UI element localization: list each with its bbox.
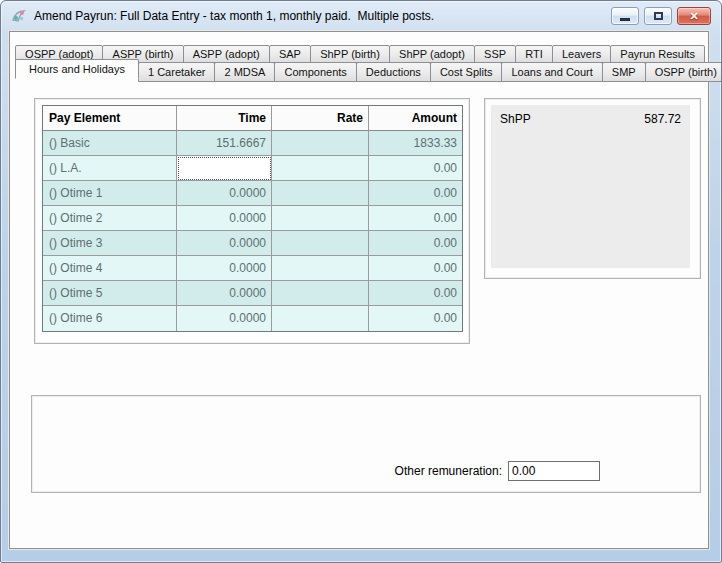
window-controls: ✕: [611, 7, 711, 25]
col-header-time: Time: [177, 106, 272, 131]
cell-time[interactable]: 0.0000: [177, 181, 272, 206]
cell-time[interactable]: 0.0000: [177, 256, 272, 281]
window-title: Amend Payrun: Full Data Entry - tax mont…: [34, 9, 434, 23]
cell-time[interactable]: [177, 156, 272, 181]
cell-amount[interactable]: 0.00: [369, 156, 462, 181]
tab-shpp-adopt[interactable]: ShPP (adopt): [389, 45, 475, 63]
close-button[interactable]: ✕: [677, 7, 711, 25]
cell-element[interactable]: () L.A.: [43, 156, 177, 181]
tab-leavers[interactable]: Leavers: [552, 45, 611, 63]
restore-button[interactable]: [644, 7, 672, 25]
client-area: OSPP (adopt)ASPP (birth)ASPP (adopt)SAPS…: [9, 31, 709, 549]
tab-row-2: Hours and Holidays1 Caretaker2 MDSACompo…: [15, 62, 704, 82]
col-header-rate: Rate: [272, 106, 369, 131]
cell-element[interactable]: () Otime 4: [43, 256, 177, 281]
other-remuneration-label: Other remuneration:: [395, 464, 502, 478]
window: Amend Payrun: Full Data Entry - tax mont…: [0, 0, 722, 563]
cell-rate[interactable]: [272, 156, 369, 181]
cell-amount[interactable]: 0.00: [369, 256, 462, 281]
cell-rate[interactable]: [272, 306, 369, 331]
close-icon: ✕: [689, 11, 698, 22]
tab-smp[interactable]: SMP: [602, 62, 646, 82]
pay-elements-panel: Pay ElementTimeRateAmount() Basic151.666…: [34, 98, 470, 344]
cell-amount[interactable]: 0.00: [369, 281, 462, 306]
shpp-label: ShPP: [500, 112, 531, 126]
cell-time[interactable]: 0.0000: [177, 306, 272, 331]
minimize-icon: [620, 18, 630, 21]
shpp-value: 587.72: [644, 112, 681, 126]
tab-components[interactable]: Components: [274, 62, 356, 82]
tab-sap[interactable]: SAP: [269, 45, 311, 63]
table-row-l-a: () L.A.0.00: [43, 156, 462, 181]
other-remuneration-input[interactable]: [508, 461, 600, 481]
cell-element[interactable]: () Otime 2: [43, 206, 177, 231]
grid-header-row: Pay ElementTimeRateAmount: [43, 106, 462, 131]
tab-aspp-adopt[interactable]: ASPP (adopt): [183, 45, 270, 63]
tab-shpp-birth[interactable]: ShPP (birth): [310, 45, 390, 63]
table-row-otime-1: () Otime 10.00000.00: [43, 181, 462, 206]
table-row-otime-2: () Otime 20.00000.00: [43, 206, 462, 231]
cell-rate[interactable]: [272, 131, 369, 156]
title-bar[interactable]: Amend Payrun: Full Data Entry - tax mont…: [1, 1, 721, 31]
cell-amount[interactable]: 0.00: [369, 206, 462, 231]
tab-cost-splits[interactable]: Cost Splits: [430, 62, 503, 82]
cell-amount[interactable]: 1833.33: [369, 131, 462, 156]
app-icon: [11, 8, 27, 24]
cell-element[interactable]: () Otime 3: [43, 231, 177, 256]
cell-element[interactable]: () Otime 5: [43, 281, 177, 306]
cell-rate[interactable]: [272, 181, 369, 206]
cell-rate[interactable]: [272, 206, 369, 231]
minimize-button[interactable]: [611, 7, 639, 25]
tab-deductions[interactable]: Deductions: [356, 62, 431, 82]
cell-element[interactable]: () Basic: [43, 131, 177, 156]
tab-loans-and-court[interactable]: Loans and Court: [501, 62, 602, 82]
other-remuneration-row: Other remuneration:: [395, 461, 600, 481]
cell-time[interactable]: 0.0000: [177, 281, 272, 306]
cell-rate[interactable]: [272, 281, 369, 306]
tab-rti[interactable]: RTI: [515, 45, 553, 63]
statutory-pay-panel: ShPP 587.72: [484, 98, 701, 279]
restore-icon: [654, 12, 663, 20]
table-row-otime-4: () Otime 40.00000.00: [43, 256, 462, 281]
cell-rate[interactable]: [272, 256, 369, 281]
cell-element[interactable]: () Otime 6: [43, 306, 177, 331]
table-row-otime-6: () Otime 60.00000.00: [43, 306, 462, 331]
col-header-pay-element: Pay Element: [43, 106, 177, 131]
tab-payrun-results[interactable]: Payrun Results: [610, 45, 705, 63]
cell-rate[interactable]: [272, 231, 369, 256]
cell-amount[interactable]: 0.00: [369, 181, 462, 206]
cell-element[interactable]: () Otime 1: [43, 181, 177, 206]
cell-amount[interactable]: 0.00: [369, 231, 462, 256]
col-header-amount: Amount: [369, 106, 462, 131]
tab-hours-and-holidays[interactable]: Hours and Holidays: [15, 59, 139, 79]
cell-amount[interactable]: 0.00: [369, 306, 462, 331]
statutory-pay-box: ShPP 587.72: [491, 105, 690, 268]
tab-ospp-birth[interactable]: OSPP (birth): [645, 62, 722, 82]
cell-time[interactable]: 151.6667: [177, 131, 272, 156]
table-row-otime-5: () Otime 50.00000.00: [43, 281, 462, 306]
pay-elements-grid: Pay ElementTimeRateAmount() Basic151.666…: [42, 105, 463, 332]
cell-time[interactable]: 0.0000: [177, 206, 272, 231]
tab-ssp[interactable]: SSP: [474, 45, 516, 63]
tab-bar: OSPP (adopt)ASPP (birth)ASPP (adopt)SAPS…: [15, 45, 704, 82]
bottom-panel: Other remuneration:: [31, 395, 701, 493]
cell-time[interactable]: 0.0000: [177, 231, 272, 256]
table-row-otime-3: () Otime 30.00000.00: [43, 231, 462, 256]
tab-2-mdsa[interactable]: 2 MDSA: [214, 62, 275, 82]
tab-1-caretaker[interactable]: 1 Caretaker: [138, 62, 215, 82]
table-row-basic: () Basic151.66671833.33: [43, 131, 462, 156]
